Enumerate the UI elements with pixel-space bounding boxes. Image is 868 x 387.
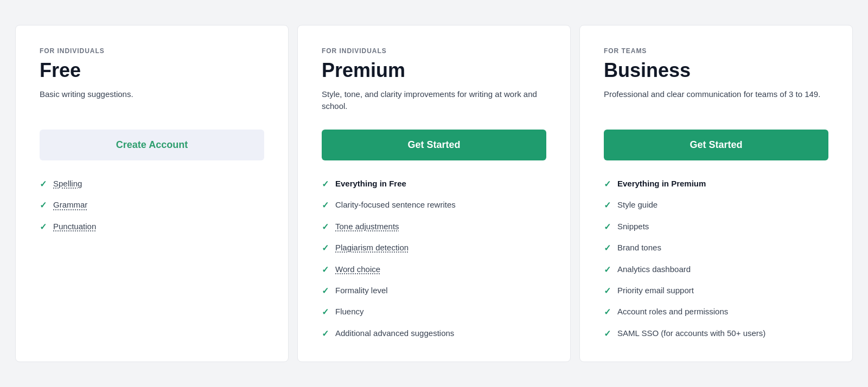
- check-icon: ✓: [604, 328, 611, 340]
- feature-item: ✓Account roles and permissions: [604, 306, 828, 318]
- plan-audience: FOR INDIVIDUALS: [322, 47, 546, 55]
- feature-text: SAML SSO (for accounts with 50+ users): [617, 327, 765, 339]
- features-list: ✓Spelling✓Grammar✓Punctuation: [40, 178, 264, 233]
- cta-button-free[interactable]: Create Account: [40, 130, 264, 160]
- feature-item: ✓Punctuation: [40, 221, 264, 233]
- feature-item: ✓Spelling: [40, 178, 264, 190]
- feature-text: Additional advanced suggestions: [335, 327, 454, 339]
- feature-text: Punctuation: [53, 221, 96, 232]
- check-icon: ✓: [604, 221, 611, 233]
- pricing-card-business: FOR TEAMSBusinessProfessional and clear …: [579, 25, 853, 362]
- check-icon: ✓: [322, 328, 329, 340]
- check-icon: ✓: [322, 242, 329, 254]
- feature-item: ✓Everything in Free: [322, 178, 546, 190]
- feature-text: Priority email support: [617, 285, 694, 296]
- feature-text: Brand tones: [617, 242, 661, 253]
- feature-item: ✓Brand tones: [604, 242, 828, 254]
- feature-item: ✓Everything in Premium: [604, 178, 828, 190]
- feature-item: ✓Formality level: [322, 285, 546, 297]
- check-icon: ✓: [322, 285, 329, 297]
- feature-item: ✓Clarity-focused sentence rewrites: [322, 199, 546, 211]
- feature-text: Clarity-focused sentence rewrites: [335, 199, 456, 210]
- feature-item: ✓Fluency: [322, 306, 546, 318]
- feature-text: Style guide: [617, 199, 658, 210]
- check-icon: ✓: [604, 178, 611, 190]
- cta-button-business[interactable]: Get Started: [604, 130, 828, 160]
- plan-name: Business: [604, 59, 828, 82]
- feature-item: ✓Style guide: [604, 199, 828, 211]
- check-icon: ✓: [322, 306, 329, 318]
- feature-text: Formality level: [335, 285, 388, 296]
- feature-text: Word choice: [335, 263, 380, 275]
- check-icon: ✓: [322, 264, 329, 276]
- check-icon: ✓: [322, 221, 329, 233]
- plan-name: Free: [40, 59, 264, 82]
- feature-text: Grammar: [53, 199, 87, 210]
- feature-text: Everything in Premium: [617, 178, 706, 189]
- plan-audience: FOR TEAMS: [604, 47, 828, 55]
- feature-item: ✓Priority email support: [604, 285, 828, 297]
- check-icon: ✓: [40, 178, 47, 190]
- feature-text: Account roles and permissions: [617, 306, 728, 317]
- feature-text: Snippets: [617, 221, 649, 232]
- feature-item: ✓Analytics dashboard: [604, 263, 828, 276]
- pricing-card-free: FOR INDIVIDUALSFreeBasic writing suggest…: [15, 25, 289, 362]
- check-icon: ✓: [604, 285, 611, 297]
- feature-item: ✓Snippets: [604, 221, 828, 233]
- features-list: ✓Everything in Premium✓Style guide✓Snipp…: [604, 178, 828, 340]
- cta-button-premium[interactable]: Get Started: [322, 130, 546, 160]
- feature-text: Fluency: [335, 306, 364, 317]
- feature-text: Spelling: [53, 178, 82, 189]
- pricing-card-premium: FOR INDIVIDUALSPremiumStyle, tone, and c…: [297, 25, 571, 362]
- feature-item: ✓Word choice: [322, 263, 546, 276]
- feature-item: ✓Grammar: [40, 199, 264, 211]
- feature-item: ✓Tone adjustments: [322, 221, 546, 233]
- check-icon: ✓: [604, 306, 611, 318]
- check-icon: ✓: [322, 199, 329, 211]
- check-icon: ✓: [604, 242, 611, 254]
- check-icon: ✓: [40, 221, 47, 233]
- plan-description: Style, tone, and clarity improvements fo…: [322, 88, 546, 114]
- pricing-container: FOR INDIVIDUALSFreeBasic writing suggest…: [11, 21, 857, 366]
- feature-text: Tone adjustments: [335, 221, 399, 232]
- feature-text: Plagiarism detection: [335, 242, 409, 253]
- plan-description: Basic writing suggestions.: [40, 88, 264, 114]
- feature-item: ✓Additional advanced suggestions: [322, 327, 546, 340]
- feature-item: ✓SAML SSO (for accounts with 50+ users): [604, 327, 828, 340]
- feature-text: Analytics dashboard: [617, 263, 691, 275]
- feature-text: Everything in Free: [335, 178, 406, 189]
- feature-item: ✓Plagiarism detection: [322, 242, 546, 254]
- plan-description: Professional and clear communication for…: [604, 88, 828, 114]
- check-icon: ✓: [604, 264, 611, 276]
- plan-name: Premium: [322, 59, 546, 82]
- plan-audience: FOR INDIVIDUALS: [40, 47, 264, 55]
- check-icon: ✓: [322, 178, 329, 190]
- features-list: ✓Everything in Free✓Clarity-focused sent…: [322, 178, 546, 340]
- check-icon: ✓: [40, 199, 47, 211]
- check-icon: ✓: [604, 199, 611, 211]
